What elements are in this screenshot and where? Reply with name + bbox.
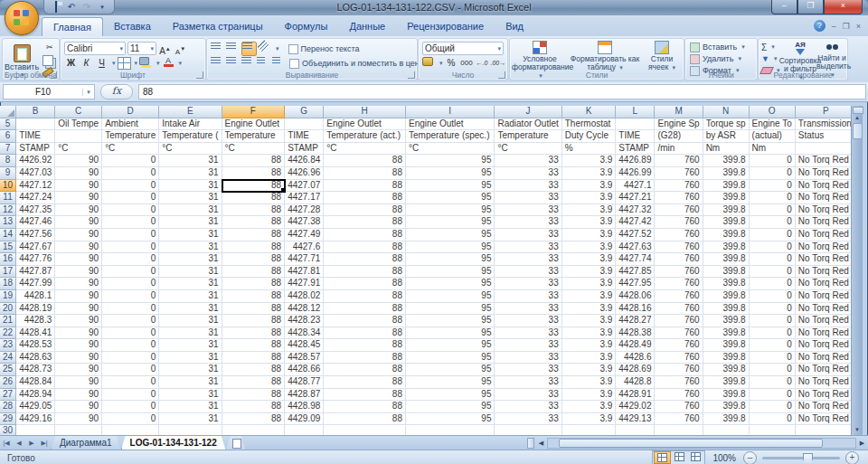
cell-K29[interactable]: 3.9 bbox=[562, 413, 617, 426]
sheet-tab-Диаграмма1[interactable]: Диаграмма1 bbox=[51, 436, 121, 450]
cell-I13[interactable]: 95 bbox=[406, 216, 495, 229]
column-header-E[interactable]: E bbox=[159, 106, 222, 118]
tab-Главная[interactable]: Главная bbox=[42, 17, 103, 36]
cell-C6[interactable] bbox=[55, 130, 102, 143]
column-header-J[interactable]: J bbox=[495, 106, 561, 118]
qat-customize-button[interactable]: ▾ bbox=[96, 2, 108, 13]
save-button[interactable] bbox=[50, 2, 62, 13]
cell-H29[interactable]: 88 bbox=[324, 413, 406, 426]
cell-E29[interactable]: 31 bbox=[159, 413, 222, 426]
row-header-20[interactable]: 20 bbox=[0, 303, 16, 316]
cell-B16[interactable]: 4427.76 bbox=[16, 253, 55, 266]
cell-K30[interactable] bbox=[562, 425, 617, 435]
cell-I23[interactable]: 95 bbox=[406, 339, 495, 352]
cell-O7[interactable]: Nm bbox=[750, 143, 796, 156]
cell-P7[interactable] bbox=[796, 143, 851, 156]
row-header-14[interactable]: 14 bbox=[0, 229, 16, 241]
cell-J29[interactable]: 33 bbox=[495, 413, 561, 426]
zoom-out-button[interactable]: – bbox=[743, 451, 757, 464]
cell-C9[interactable]: 90 bbox=[55, 167, 102, 180]
cell-I22[interactable]: 95 bbox=[406, 327, 495, 340]
align-center-button[interactable] bbox=[226, 57, 240, 70]
redo-button[interactable]: ↷ bbox=[80, 2, 93, 13]
cell-J28[interactable]: 33 bbox=[495, 401, 561, 413]
cell-C28[interactable]: 90 bbox=[55, 401, 102, 413]
title-bar[interactable]: LOG-01-134-131-122.CSV - Microsoft Excel bbox=[0, 0, 868, 15]
cell-F8[interactable]: 88 bbox=[222, 155, 286, 167]
cell-E26[interactable]: 31 bbox=[159, 376, 222, 389]
cell-C22[interactable]: 90 bbox=[55, 327, 102, 340]
cell-E20[interactable]: 31 bbox=[159, 303, 222, 316]
cell-M29[interactable]: 760 bbox=[655, 413, 703, 426]
cell-H30[interactable] bbox=[324, 425, 406, 435]
cell-E21[interactable]: 31 bbox=[159, 315, 222, 327]
cell-K28[interactable]: 3.9 bbox=[562, 401, 617, 413]
cell-E10[interactable]: 31 bbox=[159, 180, 222, 193]
cell-N25[interactable]: 399.8 bbox=[703, 364, 750, 376]
row-header-28[interactable]: 28 bbox=[0, 401, 16, 413]
align-left-button[interactable] bbox=[211, 57, 224, 70]
tab-Данные[interactable]: Данные bbox=[338, 17, 396, 36]
cell-J5[interactable]: Radiator Outlet bbox=[495, 118, 561, 131]
cell-J17[interactable]: 33 bbox=[495, 266, 561, 279]
cell-E27[interactable]: 31 bbox=[159, 389, 222, 402]
cell-C21[interactable]: 90 bbox=[55, 315, 102, 327]
column-header-F[interactable]: F bbox=[222, 106, 286, 118]
dialog-launcher-icon[interactable] bbox=[50, 71, 57, 79]
cell-G12[interactable]: 4427.28 bbox=[285, 204, 324, 217]
cell-I18[interactable]: 95 bbox=[406, 278, 495, 290]
cell-F23[interactable]: 88 bbox=[222, 339, 286, 352]
cell-H15[interactable]: 88 bbox=[324, 241, 406, 254]
cell-M24[interactable]: 760 bbox=[655, 352, 703, 365]
cell-N22[interactable]: 399.8 bbox=[703, 327, 750, 340]
undo-button[interactable]: ↶ bbox=[65, 2, 78, 13]
cell-K15[interactable]: 3.9 bbox=[562, 241, 617, 254]
cell-H24[interactable]: 88 bbox=[324, 352, 406, 365]
cell-N27[interactable]: 399.8 bbox=[703, 389, 750, 402]
horizontal-scrollbar[interactable]: ◀ ▶ bbox=[526, 436, 868, 450]
cell-I27[interactable]: 95 bbox=[406, 389, 495, 402]
cell-M11[interactable]: 760 bbox=[655, 192, 703, 204]
cell-D11[interactable]: 0 bbox=[102, 192, 159, 204]
cell-O22[interactable]: 0 bbox=[750, 327, 796, 340]
cell-D25[interactable]: 0 bbox=[102, 364, 159, 376]
cell-H28[interactable]: 88 bbox=[324, 401, 406, 413]
cell-O16[interactable]: 0 bbox=[750, 253, 796, 266]
cell-F5[interactable]: Engine Outlet bbox=[222, 118, 286, 131]
cell-O6[interactable]: (actual) bbox=[750, 130, 796, 143]
cell-J7[interactable]: °C bbox=[495, 143, 561, 156]
cell-B17[interactable]: 4427.87 bbox=[16, 266, 55, 279]
cell-E6[interactable]: Temperature ( bbox=[159, 130, 222, 143]
cell-C30[interactable] bbox=[55, 425, 102, 435]
cell-K10[interactable]: 3.9 bbox=[562, 180, 617, 193]
cell-J27[interactable]: 33 bbox=[495, 389, 561, 402]
cell-O24[interactable]: 0 bbox=[750, 352, 796, 365]
cell-D21[interactable]: 0 bbox=[102, 315, 159, 327]
cell-M7[interactable]: /min bbox=[655, 143, 703, 156]
cell-B19[interactable]: 4428.1 bbox=[16, 290, 55, 303]
cell-G30[interactable] bbox=[285, 425, 324, 435]
cell-L16[interactable]: 4427.74 bbox=[616, 253, 655, 266]
cell-E22[interactable]: 31 bbox=[159, 327, 222, 340]
cell-O25[interactable]: 0 bbox=[750, 364, 796, 376]
cell-F27[interactable]: 88 bbox=[222, 389, 286, 402]
font-color-button[interactable]: A bbox=[162, 57, 175, 70]
cell-P12[interactable]: No Torq Red bbox=[796, 204, 851, 217]
cell-P27[interactable]: No Torq Red bbox=[796, 389, 851, 402]
cell-B8[interactable]: 4426.92 bbox=[16, 155, 55, 167]
cell-H21[interactable]: 88 bbox=[324, 315, 406, 327]
cell-P9[interactable]: No Torq Red bbox=[796, 167, 851, 180]
cell-M14[interactable]: 760 bbox=[655, 229, 703, 241]
cell-C26[interactable]: 90 bbox=[55, 376, 102, 389]
cell-P14[interactable]: No Torq Red bbox=[796, 229, 851, 241]
last-sheet-icon[interactable]: ▶| bbox=[38, 436, 51, 450]
cell-B14[interactable]: 4427.56 bbox=[16, 229, 55, 241]
cell-L29[interactable]: 4429.13 bbox=[616, 413, 655, 426]
cell-C14[interactable]: 90 bbox=[55, 229, 102, 241]
cell-D23[interactable]: 0 bbox=[102, 339, 159, 352]
cell-E13[interactable]: 31 bbox=[159, 216, 222, 229]
cell-D27[interactable]: 0 bbox=[102, 389, 159, 402]
cell-H20[interactable]: 88 bbox=[324, 303, 406, 316]
vertical-scroll-thumb[interactable] bbox=[853, 123, 863, 139]
cell-K25[interactable]: 3.9 bbox=[562, 364, 617, 376]
